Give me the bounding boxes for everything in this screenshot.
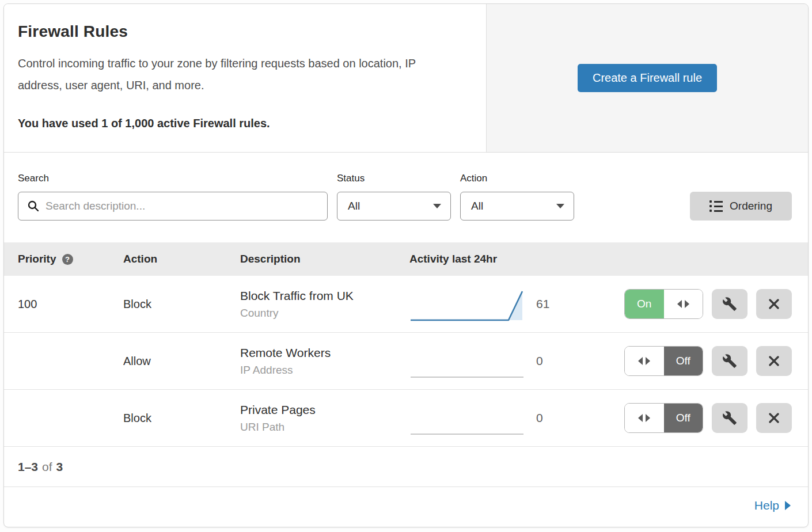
firewall-rules-panel: Firewall Rules Control incoming traffic … — [3, 3, 809, 527]
arrow-left-icon — [677, 300, 682, 308]
toggle-state-segment: On — [625, 290, 664, 318]
toggle-state-label: On — [637, 298, 651, 310]
chevron-down-icon — [433, 204, 441, 208]
action-value: Block — [123, 412, 240, 425]
table-row: Allow Remote Workers IP Address 0 Off — [4, 333, 808, 390]
row-controls: On — [588, 289, 808, 319]
pagination-bar: 1–3 of 3 — [4, 447, 808, 487]
toggle-state-segment: Off — [664, 347, 703, 375]
column-header-activity: Activity last 24hr — [409, 253, 536, 265]
delete-rule-button[interactable] — [756, 403, 792, 433]
description-cell: Private Pages URI Path — [240, 403, 409, 434]
sparkline-chart-icon — [409, 400, 525, 436]
close-icon — [768, 412, 780, 424]
arrow-right-icon — [685, 300, 689, 308]
activity-sparkline — [409, 286, 536, 322]
action-label: Action — [460, 173, 574, 184]
rule-enabled-toggle[interactable]: Off — [624, 346, 703, 376]
arrow-left-icon — [638, 357, 643, 365]
toggle-handle — [664, 290, 703, 318]
column-header-priority: Priority ? — [4, 253, 123, 265]
rule-enabled-toggle[interactable]: Off — [624, 403, 703, 433]
action-select-value: All — [471, 200, 556, 212]
table-row: Block Private Pages URI Path 0 Off — [4, 390, 808, 447]
table-row: 100 Block Block Traffic from UK Country … — [4, 276, 808, 333]
filter-bar: Search Status All Action All — [4, 153, 808, 242]
page-title: Firewall Rules — [18, 22, 463, 41]
toggle-state-segment: Off — [664, 404, 703, 432]
pagination-range: 1–3 — [18, 460, 38, 474]
toggle-state-label: Off — [676, 355, 690, 367]
activity-sparkline — [409, 343, 536, 379]
usage-note: You have used 1 of 1,000 active Firewall… — [18, 117, 463, 130]
activity-count: 61 — [536, 297, 588, 311]
status-select-value: All — [348, 200, 433, 212]
arrow-left-icon — [638, 414, 643, 422]
description-cell: Block Traffic from UK Country — [240, 289, 409, 320]
activity-count: 0 — [536, 411, 588, 425]
sparkline-chart-icon — [409, 286, 525, 322]
header-action-panel: Create a Firewall rule — [486, 4, 808, 152]
chevron-down-icon — [556, 204, 564, 208]
rule-enabled-toggle[interactable]: On — [624, 289, 703, 319]
ordering-button-label: Ordering — [730, 200, 772, 212]
rule-match-type: Country — [240, 307, 409, 320]
help-link-label: Help — [754, 499, 779, 512]
rule-match-type: URI Path — [240, 421, 409, 434]
ordering-button[interactable]: Ordering — [690, 192, 792, 221]
sparkline-chart-icon — [409, 343, 525, 379]
row-controls: Off — [588, 346, 808, 376]
table-header-row: Priority ? Action Description Activity l… — [4, 242, 808, 276]
close-icon — [768, 355, 780, 367]
search-filter-group: Search — [18, 173, 328, 221]
wrench-icon — [722, 411, 737, 425]
search-label: Search — [18, 173, 328, 184]
arrow-right-icon — [785, 501, 791, 510]
column-header-description: Description — [240, 253, 409, 265]
column-header-action: Action — [123, 253, 240, 265]
pagination-of-label: of — [42, 460, 52, 474]
action-filter-group: Action All — [460, 173, 574, 221]
toggle-handle — [625, 404, 664, 432]
rule-description: Remote Workers — [240, 346, 409, 360]
rule-description: Private Pages — [240, 403, 409, 417]
wrench-icon — [722, 354, 737, 368]
header: Firewall Rules Control incoming traffic … — [4, 4, 808, 153]
wrench-icon — [722, 297, 737, 311]
edit-rule-button[interactable] — [712, 403, 748, 433]
header-text-block: Firewall Rules Control incoming traffic … — [4, 4, 486, 152]
delete-rule-button[interactable] — [756, 289, 792, 319]
toggle-handle — [625, 347, 664, 375]
priority-header-label: Priority — [18, 253, 56, 265]
toggle-state-label: Off — [676, 412, 690, 424]
description-cell: Remote Workers IP Address — [240, 346, 409, 377]
ordered-list-icon — [709, 200, 723, 212]
rule-description: Block Traffic from UK — [240, 289, 409, 303]
search-icon — [27, 200, 40, 212]
delete-rule-button[interactable] — [756, 346, 792, 376]
priority-value: 100 — [4, 298, 123, 311]
status-filter-group: Status All — [337, 173, 451, 221]
action-value: Allow — [123, 355, 240, 368]
close-icon — [768, 298, 780, 310]
help-link[interactable]: Help — [754, 499, 791, 512]
arrow-right-icon — [646, 357, 650, 365]
edit-rule-button[interactable] — [712, 289, 748, 319]
status-label: Status — [337, 173, 451, 184]
help-bar: Help — [4, 487, 808, 524]
search-box — [18, 192, 328, 221]
row-controls: Off — [588, 403, 808, 433]
action-select[interactable]: All — [460, 192, 574, 221]
status-select[interactable]: All — [337, 192, 451, 221]
pagination-total: 3 — [56, 460, 63, 474]
edit-rule-button[interactable] — [712, 346, 748, 376]
search-input[interactable] — [40, 192, 327, 220]
create-firewall-rule-button[interactable]: Create a Firewall rule — [578, 64, 717, 92]
action-value: Block — [123, 298, 240, 311]
activity-count: 0 — [536, 354, 588, 368]
page-description: Control incoming traffic to your zone by… — [18, 52, 461, 96]
activity-sparkline — [409, 400, 536, 436]
rule-match-type: IP Address — [240, 364, 409, 377]
arrow-right-icon — [646, 414, 650, 422]
priority-help-icon[interactable]: ? — [62, 254, 73, 265]
